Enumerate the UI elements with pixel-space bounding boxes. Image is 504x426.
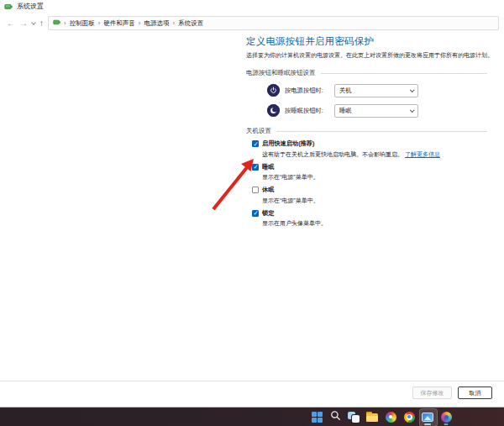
breadcrumb-control-panel[interactable]: 控制面板: [70, 19, 95, 28]
window-titlebar: 系统设置: [0, 0, 504, 13]
sleep-button-icon: [267, 104, 280, 117]
breadcrumb-system-settings[interactable]: 系统设置: [178, 19, 203, 28]
chrome-icon[interactable]: [400, 408, 418, 426]
fast-startup-checkbox[interactable]: [252, 140, 259, 147]
save-changes-button[interactable]: 保存修改: [412, 387, 452, 399]
section-divider: [321, 73, 488, 74]
screenshot-root: 系统设置 ← → ↑ › 控制面板 › 硬件和声音 › 电源选项 › 系统设置: [0, 0, 504, 426]
fast-startup-item: 启用快速启动(推荐) 这有助于在关机之后更快地启动电脑。不会影响重启。 了解更多…: [246, 139, 487, 159]
fast-startup-label[interactable]: 启用快速启动(推荐): [262, 139, 314, 148]
chevron-down-icon: [410, 108, 415, 113]
power-button-icon: [267, 84, 280, 97]
main-content: 定义电源按钮并启用密码保护 选择要为你的计算机设置的电源设置。在此页上对设置所做…: [246, 35, 487, 228]
selected-value: 关机: [339, 87, 351, 95]
sleep-description: 显示在“电源”菜单中。: [246, 173, 487, 181]
selected-value: 睡眠: [339, 107, 351, 115]
power-button-action-select[interactable]: 关机: [334, 84, 418, 97]
taskbar: [0, 408, 504, 426]
lock-checkbox[interactable]: [252, 210, 259, 217]
power-button-label: 按电源按钮时:: [285, 87, 332, 95]
back-icon[interactable]: ←: [7, 19, 15, 28]
sleep-button-label: 按睡眠按钮时:: [285, 107, 332, 115]
power-button-row: 按电源按钮时: 关机: [246, 83, 487, 97]
address-bar[interactable]: › 控制面板 › 硬件和声音 › 电源选项 › 系统设置: [48, 16, 499, 30]
recent-pages-chevron-icon[interactable]: [31, 20, 36, 25]
file-explorer-icon[interactable]: [363, 408, 381, 426]
image-viewer-icon[interactable]: [418, 408, 437, 426]
cancel-button[interactable]: 取消: [458, 387, 492, 399]
sleep-button-row: 按睡眠按钮时: 睡眠: [246, 103, 487, 118]
taskbar-icons: [307, 408, 455, 426]
chevron-down-icon: [410, 87, 415, 92]
fast-startup-description: 这有助于在关机之后更快地启动电脑。不会影响重启。 了解更多信息: [246, 150, 487, 159]
section-title: 电源按钮和睡眠按钮设置: [246, 69, 316, 77]
up-icon[interactable]: ↑: [39, 19, 44, 28]
sleep-button-action-select[interactable]: 睡眠: [334, 104, 418, 118]
page-title: 定义电源按钮并启用密码保护: [246, 35, 487, 48]
breadcrumb-hardware-sound[interactable]: 硬件和声音: [103, 19, 135, 28]
start-icon[interactable]: [307, 408, 326, 426]
navigation-bar: ← → ↑ › 控制面板 › 硬件和声音 › 电源选项 › 系统设置: [0, 13, 504, 34]
lock-description: 显示在用户头像菜单中。: [246, 219, 487, 228]
breadcrumb-power-options[interactable]: 电源选项: [144, 19, 170, 28]
lock-item: 锁定 显示在用户头像菜单中。: [246, 209, 487, 229]
running-app-indicator: [444, 423, 449, 425]
breadcrumb-separator: ›: [97, 19, 102, 27]
breadcrumb-separator: ›: [63, 19, 67, 27]
section-title: 关机设置: [246, 127, 271, 135]
hibernate-checkbox[interactable]: [252, 187, 259, 193]
window-title: 系统设置: [17, 2, 44, 11]
footer-divider: [0, 381, 504, 381]
power-options-icon: [53, 18, 60, 28]
breadcrumb-separator: ›: [138, 19, 142, 27]
learn-more-link[interactable]: 了解更多信息: [405, 151, 440, 157]
power-options-icon: [4, 0, 13, 14]
photos-icon[interactable]: [381, 408, 400, 426]
paint-icon[interactable]: [437, 408, 455, 426]
section-shutdown-settings: 关机设置: [246, 127, 487, 135]
hibernate-item: 休眠 显示在“电源”菜单中。: [246, 186, 487, 205]
hibernate-description: 显示在“电源”菜单中。: [246, 197, 487, 205]
search-icon[interactable]: [326, 408, 344, 426]
lock-label[interactable]: 锁定: [262, 209, 274, 218]
page-subtitle: 选择要为你的计算机设置的电源设置。在此页上对设置所做的更改将应用于你所有的电源计…: [246, 51, 487, 60]
active-app-indicator: [424, 423, 431, 425]
section-power-sleep-buttons: 电源按钮和睡眠按钮设置: [246, 69, 487, 77]
sleep-item: 睡眠 显示在“电源”菜单中。: [246, 163, 487, 182]
forward-icon[interactable]: →: [19, 19, 28, 28]
section-divider: [276, 131, 487, 132]
system-settings-window: 系统设置 ← → ↑ › 控制面板 › 硬件和声音 › 电源选项 › 系统设置: [0, 0, 504, 408]
sleep-label[interactable]: 睡眠: [262, 163, 274, 171]
breadcrumb-separator: ›: [172, 19, 176, 27]
sleep-checkbox[interactable]: [252, 164, 259, 171]
hibernate-label[interactable]: 休眠: [262, 186, 274, 194]
task-view-icon[interactable]: [344, 408, 363, 426]
